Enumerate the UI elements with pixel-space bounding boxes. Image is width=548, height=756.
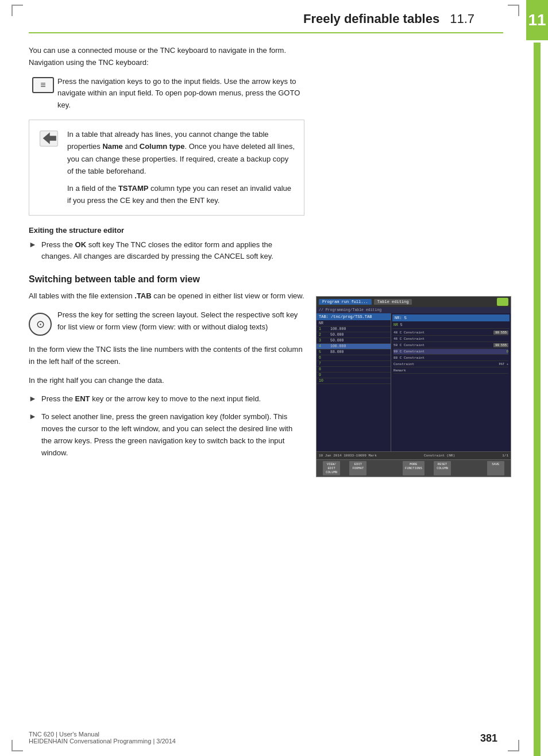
footer-line2: HEIDENHAIN Conversational Programming | … bbox=[29, 738, 176, 745]
screen-footer-center: Constraint (NR) bbox=[424, 454, 455, 458]
screen-data-row-1: 1 100.000 bbox=[317, 327, 391, 332]
screen-mockup: Program run full... Table editing // Pro… bbox=[316, 296, 511, 477]
field-3: 50 C Constraint 99 555 bbox=[393, 343, 508, 348]
screen-data-row-6: 6 bbox=[317, 355, 391, 361]
screen-data-row-4: 4 100.000 bbox=[317, 344, 391, 350]
chapter-number: 11 bbox=[526, 0, 548, 40]
arrow-icon bbox=[38, 128, 59, 149]
ent-bullet-text: Press the ENT key or the arrow key to mo… bbox=[41, 393, 261, 405]
page-footer: TNC 620 | User's Manual HEIDENHAIN Conve… bbox=[29, 731, 497, 745]
info-box-text: In a table that already has lines, you c… bbox=[67, 128, 295, 207]
footer-left: TNC 620 | User's Manual HEIDENHAIN Conve… bbox=[29, 731, 176, 745]
info-para-1: In a table that already has lines, you c… bbox=[67, 128, 295, 178]
left-column: All tables with the file extension .TAB … bbox=[29, 290, 304, 477]
info-box: In a table that already has lines, you c… bbox=[29, 120, 304, 216]
footer-line1: TNC 620 | User's Manual bbox=[29, 731, 176, 738]
select-bullet-row: ► To select another line, press the gree… bbox=[29, 411, 304, 459]
select-bullet-arrow: ► bbox=[29, 411, 41, 421]
screen-circle-icon bbox=[29, 313, 52, 336]
screen-col-val bbox=[329, 321, 331, 325]
intro-text: You can use a connected mouse or the TNC… bbox=[29, 45, 304, 69]
page: Freely definable tables 11.7 You can use… bbox=[0, 0, 548, 756]
screen-col-nr: NR bbox=[318, 321, 329, 325]
select-bullet-text: To select another line, press the green … bbox=[41, 411, 304, 459]
exit-heading: Exiting the structure editor bbox=[29, 226, 304, 235]
screen-data-row-5: 5 88.000 bbox=[317, 350, 391, 355]
screen-right-header: NR: 5 bbox=[392, 314, 510, 321]
field-4: 99 C Constraint D bbox=[393, 349, 508, 355]
exit-bullet-row: ► Press the OK soft key The TNC closes t… bbox=[29, 239, 304, 263]
screen-col-header: NR bbox=[317, 321, 391, 327]
screen-tab-1: Program run full... bbox=[319, 299, 372, 305]
screen-footer-page: 1/1 bbox=[502, 454, 508, 458]
screen-data-row-9: 9 bbox=[317, 373, 391, 378]
field-7: Remark bbox=[393, 368, 508, 374]
screen-body: TAB: /tnc/prog/TSS.TAB NR 1 100.000 2 bbox=[317, 313, 511, 451]
screen-data-row-3: 3 50.000 bbox=[317, 338, 391, 344]
top-divider bbox=[29, 32, 503, 33]
softkey-5[interactable]: RESETCOLUMN bbox=[434, 461, 451, 475]
switching-text: All tables with the file extension .TAB … bbox=[29, 290, 304, 302]
form-view-text1: In the form view the TNC lists the line … bbox=[29, 344, 304, 368]
softkey-1[interactable]: VIEW/EDITCOLUMN bbox=[323, 461, 340, 475]
screen-toolbar: Program run full... Table editing bbox=[317, 297, 511, 307]
screen-data-row-2: 2 50.000 bbox=[317, 332, 391, 338]
ent-bullet-row: ► Press the ENT key or the arrow key to … bbox=[29, 393, 304, 405]
keyboard-icon-wrapper bbox=[29, 76, 57, 93]
field-6: Constraint PAT + bbox=[393, 362, 508, 367]
screen-subtitle: // Programming/Table editing bbox=[317, 307, 511, 313]
screen-circle-icon-wrapper bbox=[29, 309, 57, 336]
two-col-section: All tables with the file extension .TAB … bbox=[29, 290, 503, 477]
green-bar bbox=[534, 43, 541, 756]
screen-left-header: TAB: /tnc/prog/TSS.TAB bbox=[317, 313, 391, 320]
softkey-3 bbox=[376, 461, 393, 475]
field-2: 46 C Constraint bbox=[393, 336, 508, 342]
screen-data-row-7: 7 bbox=[317, 361, 391, 367]
form-view-text2: In the right half you can change the dat… bbox=[29, 375, 304, 387]
screen-footer-left: 10 Jan 2014 10033-10099 Mark bbox=[319, 454, 377, 458]
screen-note-row: Press the key for setting the screen lay… bbox=[29, 309, 304, 336]
exit-bullet-text: Press the OK soft key The TNC closes the… bbox=[41, 239, 304, 263]
page-title: Freely definable tables bbox=[303, 11, 439, 26]
keyboard-note-text: Press the navigation keys to go to the i… bbox=[57, 76, 304, 112]
keyboard-icon bbox=[32, 77, 54, 93]
screen-logo bbox=[497, 298, 508, 306]
info-para-2: In a field of the TSTAMP column type you… bbox=[67, 182, 295, 207]
softkey-6 bbox=[460, 461, 477, 475]
footer-page-number: 381 bbox=[480, 732, 497, 745]
screen-data-row-8: 8 bbox=[317, 367, 391, 373]
field-empty bbox=[393, 374, 508, 409]
keyboard-note-row: Press the navigation keys to go to the i… bbox=[29, 76, 304, 112]
screen-tab-2: Table editing bbox=[374, 299, 412, 305]
field-1: 48 C Constraint 99 555 bbox=[393, 330, 508, 336]
softkey-7[interactable]: SAVE bbox=[487, 461, 504, 475]
page-header: Freely definable tables 11.7 bbox=[29, 11, 503, 26]
screen-right-panel: NR: 5 NR 5 48 C Constraint 99 555 bbox=[391, 313, 511, 451]
main-content: Freely definable tables 11.7 You can use… bbox=[0, 0, 526, 756]
screen-data-row-10: 10 bbox=[317, 378, 391, 384]
screen-left-panel: TAB: /tnc/prog/TSS.TAB NR 1 100.000 2 bbox=[317, 313, 391, 451]
page-section: 11.7 bbox=[450, 11, 474, 26]
right-column: Program run full... Table editing // Pro… bbox=[316, 290, 511, 477]
screen-footer: 10 Jan 2014 10033-10099 Mark Constraint … bbox=[317, 451, 511, 459]
screen-right-fields: 48 C Constraint 99 555 46 C Constraint 5… bbox=[392, 329, 510, 410]
switching-heading: Switching between table and form view bbox=[29, 274, 304, 285]
ent-bullet-arrow: ► bbox=[29, 393, 41, 403]
softkey-2[interactable]: EDITFORMAT bbox=[349, 461, 366, 475]
exit-bullet-arrow: ► bbox=[29, 239, 41, 249]
right-sidebar: 11 bbox=[526, 0, 548, 756]
arrow-svg bbox=[38, 130, 59, 147]
screen-bullet-text: Press the key for setting the screen lay… bbox=[57, 309, 304, 333]
screen-right-nr: NR 5 bbox=[392, 322, 510, 329]
softkey-4[interactable]: MOREFUNCTIONS bbox=[403, 461, 424, 475]
screen-softkeys: VIEW/EDITCOLUMN EDITFORMAT MOREFUNCTIONS… bbox=[317, 459, 511, 477]
field-5: 88 C Constraint bbox=[393, 355, 508, 361]
